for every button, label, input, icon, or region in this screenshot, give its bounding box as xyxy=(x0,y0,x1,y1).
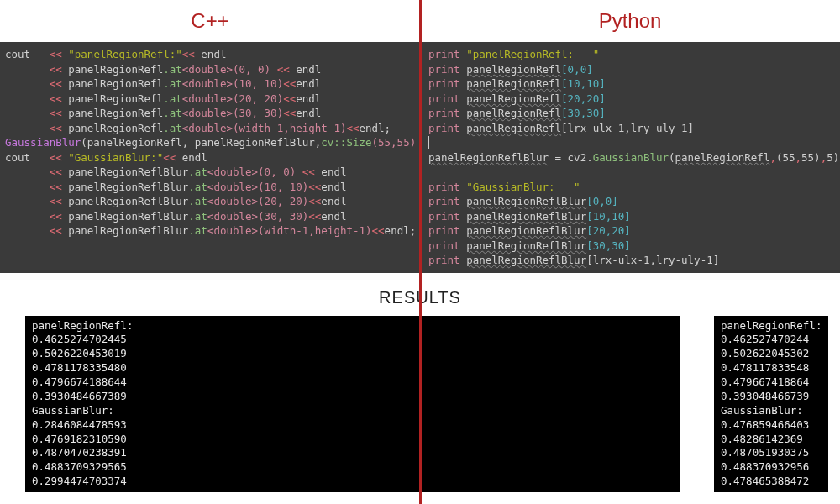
cpp-tmpl: <double> xyxy=(182,122,233,134)
cpp-gaussianblur: GaussianBlur xyxy=(5,136,81,149)
cpp-endl: endl xyxy=(321,210,346,223)
cpp-endl: endl xyxy=(321,181,346,193)
cpp-blurvar: panelRegionReflBlur xyxy=(68,224,188,237)
cpp-at: .at xyxy=(188,165,207,178)
py-print: print xyxy=(428,210,460,223)
cpp-args: (20, 20) xyxy=(258,195,308,207)
py-print: print xyxy=(428,48,460,60)
cpp-at: .at xyxy=(188,224,207,237)
py-eq: = xyxy=(549,151,568,164)
results-gap xyxy=(689,316,706,493)
cpp-code-pane: cout << "panelRegionRefl:"<< endl << pan… xyxy=(0,42,417,273)
py-var: panelRegionRefl xyxy=(466,122,561,134)
cpp-tmpl: <double> xyxy=(182,77,233,90)
py-assign-lhs: panelRegionReflBlur xyxy=(428,151,549,164)
py-var: panelRegionRefl xyxy=(466,107,561,119)
py-print: print xyxy=(428,77,460,90)
cpp-args: (30, 30) xyxy=(258,210,308,223)
cpp-endl: endl xyxy=(385,224,410,237)
cpp-args: (10, 10) xyxy=(233,77,283,90)
results-cpp: panelRegionRefl: 0.4625274702445 0.50262… xyxy=(25,316,680,493)
cpp-string: "panelRegionRefl:" xyxy=(68,48,181,60)
py-print: print xyxy=(428,239,460,252)
cpp-var: panelRegionRefl xyxy=(68,77,163,90)
py-var: panelRegionRefl xyxy=(466,77,561,90)
cpp-tmpl: <double> xyxy=(207,181,258,193)
cpp-blurvar: panelRegionReflBlur xyxy=(68,181,188,193)
py-string: "panelRegionRefl: " xyxy=(466,48,599,60)
py-print: print xyxy=(428,122,460,134)
cpp-at: .at xyxy=(188,181,207,193)
cpp-at: .at xyxy=(188,210,207,223)
cpp-string: "GaussianBlur:" xyxy=(68,151,163,164)
py-index: [30,30] xyxy=(586,239,631,252)
cpp-endl: endl xyxy=(296,92,321,105)
py-print: print xyxy=(428,63,460,76)
py-print: print xyxy=(428,195,460,207)
results-python: panelRegionRefl: 0.462527470244 0.502622… xyxy=(714,316,828,493)
py-index: [10,10] xyxy=(586,210,631,223)
vertical-divider xyxy=(419,0,422,504)
cpp-args: (0, 0) xyxy=(258,165,296,178)
cpp-at: .at xyxy=(163,63,182,76)
py-blurvar: panelRegionReflBlur xyxy=(466,195,586,207)
py-string: "GaussianBlur: " xyxy=(466,181,580,193)
py-print: print xyxy=(428,107,460,119)
cpp-at: .at xyxy=(188,195,207,207)
header-python: Python xyxy=(420,9,840,33)
py-var: panelRegionRefl xyxy=(466,92,561,105)
cpp-var: panelRegionRefl xyxy=(68,107,163,119)
cpp-endl: endl xyxy=(296,77,321,90)
py-index: [20,20] xyxy=(561,92,606,105)
cpp-cout: cout xyxy=(5,151,30,164)
py-index: [0,0] xyxy=(586,195,618,207)
cpp-var: panelRegionRefl xyxy=(68,63,163,76)
python-code-pane: print "panelRegionRefl: " print panelReg… xyxy=(417,42,840,273)
py-gaussianblur: GaussianBlur xyxy=(593,151,669,164)
cpp-args: (0, 0) xyxy=(233,63,270,76)
header-cpp: C++ xyxy=(0,9,420,33)
cpp-cvns: cv:: xyxy=(321,136,346,149)
py-print: print xyxy=(428,181,460,193)
py-blurvar: panelRegionReflBlur xyxy=(466,239,586,252)
cpp-endl: endl xyxy=(296,107,321,119)
cpp-args: (width-1,height-1) xyxy=(233,122,346,134)
py-print: print xyxy=(428,224,460,237)
cpp-args: (width-1,height-1) xyxy=(258,224,371,237)
py-var: panelRegionRefl xyxy=(466,63,561,76)
py-print: print xyxy=(428,92,460,105)
cpp-tmpl: <double> xyxy=(182,63,233,76)
cpp-op: << xyxy=(50,48,62,60)
cpp-endl: endl xyxy=(321,195,346,207)
cpp-cout: cout xyxy=(5,48,30,60)
cpp-endl: endl xyxy=(360,122,385,134)
cpp-args: (10, 10) xyxy=(258,181,308,193)
cpp-tmpl: <double> xyxy=(207,165,258,178)
cpp-gblur-args: (panelRegionRefl, panelRegionReflBlur, xyxy=(81,136,321,149)
py-index: [10,10] xyxy=(561,77,606,90)
cpp-blurvar: panelRegionReflBlur xyxy=(68,210,188,223)
cpp-endl: endl xyxy=(201,48,226,60)
py-index-expr: [lrx-ulx-1,lry-uly-1] xyxy=(561,122,694,134)
py-index: [20,20] xyxy=(586,224,631,237)
py-blurvar: panelRegionReflBlur xyxy=(466,224,586,237)
cpp-tmpl: <double> xyxy=(182,92,233,105)
cpp-at: .at xyxy=(163,107,182,119)
cpp-blurvar: panelRegionReflBlur xyxy=(68,195,188,207)
cpp-args: (30, 30) xyxy=(233,107,283,119)
cpp-blurvar: panelRegionReflBlur xyxy=(68,165,188,178)
py-print: print xyxy=(428,254,460,266)
cpp-size-args: (55,55),5); xyxy=(372,136,417,149)
py-blurvar: panelRegionReflBlur xyxy=(466,254,586,266)
py-blurvar: panelRegionReflBlur xyxy=(466,210,586,223)
cpp-at: .at xyxy=(163,122,182,134)
cpp-args: (20, 20) xyxy=(233,92,283,105)
cpp-var: panelRegionRefl xyxy=(68,122,163,134)
cpp-endl: endl xyxy=(321,165,346,178)
py-index: [30,30] xyxy=(561,107,606,119)
cpp-endl: endl xyxy=(182,151,207,164)
py-index: [0,0] xyxy=(561,63,593,76)
cpp-tmpl: <double> xyxy=(207,210,258,223)
cpp-var: panelRegionRefl xyxy=(68,92,163,105)
cpp-at: .at xyxy=(163,77,182,90)
